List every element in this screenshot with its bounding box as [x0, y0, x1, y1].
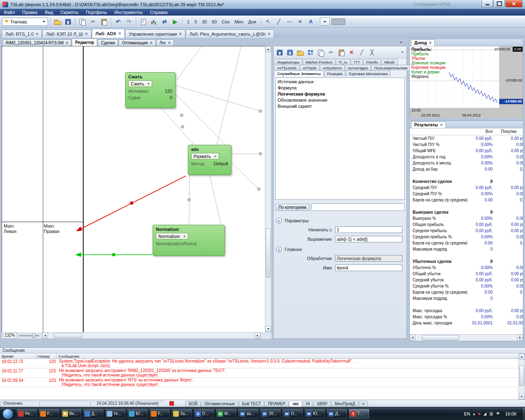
zoom-slider-thumb[interactable]: [32, 333, 35, 338]
doc-tab[interactable]: Оптимизация×: [119, 39, 155, 46]
graph-node-сжать[interactable]: СжатьСжатьИнтервал120Сдвиг0: [125, 72, 176, 108]
taskbar-item[interactable]: Д...: [83, 409, 104, 419]
results-row[interactable]: Средняя прибыль %0.00%0.00%: [410, 234, 523, 240]
results-row[interactable]: Максимум подряд0: [410, 295, 523, 301]
palette-search-input[interactable]: [311, 203, 405, 211]
scroll-up-button[interactable]: [519, 354, 525, 360]
timeframe-button[interactable]: 60: [210, 18, 219, 25]
tab-overflow-button[interactable]: [398, 40, 404, 45]
volume-icon[interactable]: ◢: [483, 411, 486, 416]
results-row[interactable]: Количество сделок0: [410, 178, 523, 185]
export-button[interactable]: ⇄: [160, 17, 169, 26]
scroll-track[interactable]: [519, 360, 525, 394]
main-tab[interactable]: Управление скриптами×: [125, 30, 185, 38]
tab-results[interactable]: Результаты ×: [411, 121, 446, 128]
scroll-right-button[interactable]: [255, 333, 260, 338]
palette-list[interactable]: Источник данныхФормулаЛогическая формула…: [275, 78, 405, 200]
fibo-button[interactable]: ≡: [295, 17, 305, 26]
palette-tab[interactable]: Пользовательские: [371, 65, 410, 71]
open-folder-button[interactable]: [52, 17, 62, 26]
tab-income[interactable]: Доход ×: [411, 39, 435, 46]
scroll-thumb[interactable]: [422, 335, 459, 340]
column-number[interactable]: Номер: [36, 354, 57, 358]
timeframe-button[interactable]: 5: [192, 18, 199, 25]
doc-tab[interactable]: RIM2_120301_120424:RTS:5M×: [2, 39, 71, 46]
node-method-dropdown[interactable]: Сжать: [128, 80, 152, 87]
results-row[interactable]: [410, 252, 523, 258]
message-row[interactable]: 16:01:11.77123Не возможно загрузить инст…: [0, 368, 518, 378]
column-time[interactable]: Время: [0, 354, 36, 358]
workspace-tab[interactable]: Оптимистичные: [201, 401, 238, 407]
text-button[interactable]: A: [306, 17, 316, 26]
menu-item[interactable]: Инструменты: [111, 9, 146, 16]
close-tab-icon[interactable]: ×: [118, 31, 121, 36]
close-tab-icon[interactable]: ×: [440, 123, 443, 127]
cut-button[interactable]: ✂: [88, 17, 98, 26]
menu-item[interactable]: Вид: [41, 9, 57, 16]
timeframe-button[interactable]: 1: [185, 18, 192, 25]
menu-item[interactable]: Правка: [18, 9, 41, 16]
graph-node-adx[interactable]: adxРазжатьМетодDefault: [188, 145, 231, 175]
maximize-button[interactable]: [493, 0, 505, 7]
results-row[interactable]: Баров на сделку (в среднем)0.000.00: [410, 289, 523, 295]
workspace-tab[interactable]: МенПровД: [331, 401, 358, 407]
canvas-horizontal-scrollbar[interactable]: [42, 332, 261, 339]
scroll-track[interactable]: [48, 333, 255, 338]
palette-tab[interactable]: Nikolz: [381, 59, 398, 65]
results-row[interactable]: Баров на сделку (в среднем)0.000.00: [410, 240, 523, 246]
timeframe-button[interactable]: Сек: [219, 18, 232, 25]
close-button[interactable]: [505, 0, 523, 7]
palette-tab[interactable]: Ti_ru: [336, 59, 350, 65]
results-row[interactable]: [410, 203, 523, 209]
results-row[interactable]: Чистый П/У0.00 руб.0.00 руб.: [410, 135, 523, 142]
network-icon[interactable]: ▥: [489, 411, 493, 416]
results-row[interactable]: Макс. просадка %0.00%0.00%: [410, 314, 523, 320]
taskbar-item[interactable]: WЮ...: [304, 409, 325, 419]
taskbar-item[interactable]: За...: [171, 409, 192, 419]
scroll-thumb[interactable]: [54, 333, 82, 338]
delete-button[interactable]: ×: [347, 48, 356, 57]
close-tab-icon[interactable]: ×: [150, 41, 152, 45]
scroll-thumb[interactable]: [266, 228, 271, 278]
undo-button[interactable]: ↶: [113, 17, 123, 26]
taskbar-item[interactable]: TТ...: [349, 409, 370, 419]
taskbar-item[interactable]: Wза...: [238, 409, 259, 419]
palette-item[interactable]: Внешний скрипт: [276, 103, 404, 110]
results-row[interactable]: Общая прибыль0.00 руб.0.00 руб.: [410, 221, 523, 228]
taskbar-item[interactable]: БГ...: [127, 409, 148, 419]
scroll-up-button[interactable]: [265, 46, 271, 52]
workspace-tab[interactable]: ПРИМЕР: [265, 401, 289, 407]
paste-button[interactable]: [99, 17, 109, 26]
graph-node-normalizer[interactable]: NormalizerNormalizerNormalizationPeriod: [153, 225, 225, 256]
taskbar-item[interactable]: те...: [105, 409, 126, 419]
section-expander[interactable]: ∧Главное: [276, 247, 406, 252]
close-tab-icon[interactable]: ×: [179, 32, 181, 36]
message-row[interactable]: 16:01:12.72120System.TypeLoadException: …: [0, 359, 518, 368]
save-as-button[interactable]: [285, 48, 295, 57]
results-row[interactable]: Доходность в год0.00%0.00%: [410, 154, 523, 160]
taskbar-item[interactable]: WД...: [326, 409, 347, 419]
main-tab[interactable]: Лаб: ADX×: [92, 29, 125, 38]
provider-combo[interactable]: Transaq: [2, 18, 48, 26]
results-row[interactable]: День макс. просадки01.01.000101.01.0001: [410, 320, 523, 326]
show-desktop-button[interactable]: [522, 407, 525, 420]
chart-style-dropdown[interactable]: [320, 18, 330, 26]
workspace-tab[interactable]: +: [359, 401, 368, 407]
results-row[interactable]: Общий MFE0.00 руб.0.00 руб.: [410, 148, 523, 154]
scroll-left-button[interactable]: [42, 333, 48, 338]
column-header-all[interactable]: Все: [467, 129, 493, 134]
by-category-button[interactable]: По категориям: [275, 204, 310, 211]
message-row[interactable]: 16:01:09.54123Не возможно загрузить инст…: [0, 378, 518, 387]
scroll-track[interactable]: [415, 335, 517, 341]
palette-item[interactable]: Логическая формула: [276, 91, 404, 97]
minimize-button[interactable]: [482, 0, 493, 7]
section-expander[interactable]: ∧Параметры: [276, 218, 406, 224]
save-button[interactable]: [63, 17, 73, 26]
results-row[interactable]: Доходность в месяц0.00%0.00%: [410, 160, 523, 166]
palette-item[interactable]: Обновляемое значение: [276, 97, 404, 103]
messages-vertical-scrollbar[interactable]: [518, 354, 525, 400]
title-bar[interactable]: TSLab (версия 1.1.24.0:64bit) - D:\DATA\…: [0, 0, 525, 9]
palette-tab[interactable]: Market Position: [303, 59, 335, 65]
chart-bars-button[interactable]: [149, 17, 159, 26]
palette-tab[interactable]: Торговая Математика: [346, 71, 391, 76]
